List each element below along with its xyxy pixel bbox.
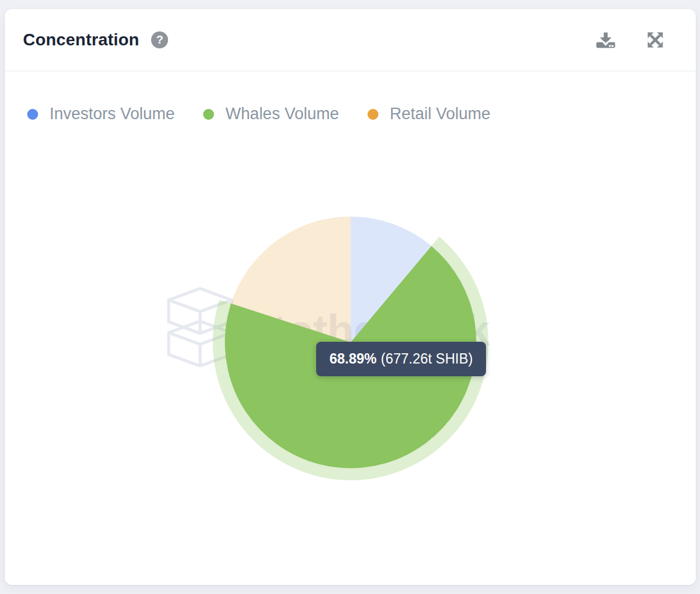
page-title: Concentration <box>23 30 139 50</box>
help-glyph: ? <box>157 33 164 46</box>
pie-chart <box>5 71 696 585</box>
expand-button[interactable] <box>645 30 666 50</box>
chart-area: intotheblock 68.89%(677.26t SHIB) <box>5 71 696 585</box>
tooltip-percent: 68.89% <box>329 351 377 367</box>
concentration-card: Concentration ? <box>5 9 696 585</box>
card-header: Concentration ? <box>5 9 696 71</box>
download-icon <box>595 30 616 50</box>
help-icon[interactable]: ? <box>151 31 168 48</box>
chart-tooltip: 68.89%(677.26t SHIB) <box>316 342 486 376</box>
header-actions <box>595 30 666 50</box>
tooltip-amount: (677.26t SHIB) <box>381 351 473 367</box>
download-button[interactable] <box>595 30 616 50</box>
expand-arrows-icon <box>646 30 665 50</box>
